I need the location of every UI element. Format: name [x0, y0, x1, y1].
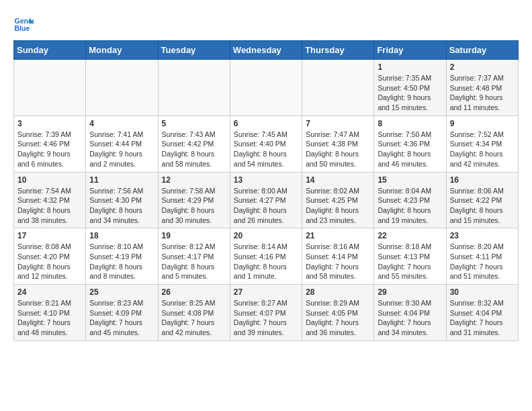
day-number: 2: [450, 62, 515, 72]
calendar-cell: 25Sunrise: 8:23 AM Sunset: 4:09 PM Dayli…: [86, 285, 158, 341]
day-info: Sunrise: 8:00 AM Sunset: 4:27 PM Dayligh…: [234, 186, 298, 226]
calendar-cell: 16Sunrise: 8:06 AM Sunset: 4:22 PM Dayli…: [446, 172, 518, 228]
calendar-cell: 8Sunrise: 7:50 AM Sunset: 4:36 PM Daylig…: [374, 116, 446, 172]
day-info: Sunrise: 7:50 AM Sunset: 4:36 PM Dayligh…: [378, 130, 442, 169]
calendar-table: SundayMondayTuesdayWednesdayThursdayFrid…: [13, 40, 519, 341]
day-info: Sunrise: 8:27 AM Sunset: 4:07 PM Dayligh…: [234, 298, 298, 338]
day-number: 17: [17, 231, 82, 240]
day-info: Sunrise: 8:02 AM Sunset: 4:25 PM Dayligh…: [306, 186, 370, 226]
day-info: Sunrise: 8:04 AM Sunset: 4:23 PM Dayligh…: [378, 186, 442, 226]
calendar-header-row: SundayMondayTuesdayWednesdayThursdayFrid…: [14, 41, 519, 60]
day-info: Sunrise: 8:12 AM Sunset: 4:17 PM Dayligh…: [162, 242, 226, 281]
day-number: 16: [450, 175, 515, 185]
day-info: Sunrise: 7:41 AM Sunset: 4:44 PM Dayligh…: [89, 130, 154, 169]
day-number: 8: [378, 119, 442, 128]
day-info: Sunrise: 7:54 AM Sunset: 4:32 PM Dayligh…: [17, 186, 82, 226]
day-info: Sunrise: 8:10 AM Sunset: 4:19 PM Dayligh…: [89, 242, 154, 281]
day-number: 27: [234, 287, 298, 297]
calendar-cell: [158, 60, 230, 116]
calendar-cell: 10Sunrise: 7:54 AM Sunset: 4:32 PM Dayli…: [14, 172, 86, 228]
day-info: Sunrise: 7:43 AM Sunset: 4:42 PM Dayligh…: [162, 130, 226, 169]
day-number: 9: [450, 119, 515, 128]
calendar-body: 1Sunrise: 7:35 AM Sunset: 4:50 PM Daylig…: [14, 60, 519, 341]
header-monday: Monday: [86, 41, 158, 60]
day-info: Sunrise: 8:21 AM Sunset: 4:10 PM Dayligh…: [17, 298, 82, 338]
day-number: 13: [234, 175, 298, 185]
day-info: Sunrise: 7:56 AM Sunset: 4:30 PM Dayligh…: [89, 186, 154, 226]
calendar-week-row: 10Sunrise: 7:54 AM Sunset: 4:32 PM Dayli…: [14, 172, 519, 228]
day-info: Sunrise: 8:08 AM Sunset: 4:20 PM Dayligh…: [17, 242, 82, 281]
logo: General Blue: [13, 13, 36, 34]
day-info: Sunrise: 8:32 AM Sunset: 4:04 PM Dayligh…: [450, 298, 515, 338]
calendar-cell: 21Sunrise: 8:16 AM Sunset: 4:14 PM Dayli…: [302, 228, 374, 285]
day-number: 3: [17, 119, 82, 128]
logo-icon: General Blue: [13, 13, 34, 34]
calendar-cell: 28Sunrise: 8:29 AM Sunset: 4:05 PM Dayli…: [302, 285, 374, 341]
calendar-week-row: 17Sunrise: 8:08 AM Sunset: 4:20 PM Dayli…: [14, 228, 519, 285]
day-info: Sunrise: 7:35 AM Sunset: 4:50 PM Dayligh…: [378, 73, 442, 113]
day-info: Sunrise: 7:37 AM Sunset: 4:48 PM Dayligh…: [450, 73, 515, 113]
day-number: 23: [450, 231, 515, 240]
calendar-cell: 11Sunrise: 7:56 AM Sunset: 4:30 PM Dayli…: [86, 172, 158, 228]
calendar-cell: [302, 60, 374, 116]
svg-text:Blue: Blue: [15, 24, 30, 32]
day-info: Sunrise: 8:06 AM Sunset: 4:22 PM Dayligh…: [450, 186, 515, 226]
day-number: 18: [89, 231, 154, 240]
day-number: 30: [450, 287, 515, 297]
calendar-week-row: 24Sunrise: 8:21 AM Sunset: 4:10 PM Dayli…: [14, 285, 519, 341]
day-number: 1: [378, 62, 442, 72]
calendar-cell: 27Sunrise: 8:27 AM Sunset: 4:07 PM Dayli…: [230, 285, 302, 341]
header-wednesday: Wednesday: [230, 41, 302, 60]
day-number: 29: [378, 287, 442, 297]
day-info: Sunrise: 7:39 AM Sunset: 4:46 PM Dayligh…: [17, 130, 82, 169]
calendar-cell: 29Sunrise: 8:30 AM Sunset: 4:04 PM Dayli…: [374, 285, 446, 341]
calendar-week-row: 3Sunrise: 7:39 AM Sunset: 4:46 PM Daylig…: [14, 116, 519, 172]
header-tuesday: Tuesday: [158, 41, 230, 60]
calendar-cell: 30Sunrise: 8:32 AM Sunset: 4:04 PM Dayli…: [446, 285, 518, 341]
calendar-cell: 14Sunrise: 8:02 AM Sunset: 4:25 PM Dayli…: [302, 172, 374, 228]
day-number: 24: [17, 287, 82, 297]
day-info: Sunrise: 8:16 AM Sunset: 4:14 PM Dayligh…: [306, 242, 370, 281]
calendar-cell: 9Sunrise: 7:52 AM Sunset: 4:34 PM Daylig…: [446, 116, 518, 172]
page-header: General Blue: [13, 13, 519, 34]
calendar-cell: 2Sunrise: 7:37 AM Sunset: 4:48 PM Daylig…: [446, 60, 518, 116]
calendar-cell: 15Sunrise: 8:04 AM Sunset: 4:23 PM Dayli…: [374, 172, 446, 228]
header-saturday: Saturday: [446, 41, 518, 60]
day-number: 15: [378, 175, 442, 185]
calendar-cell: 26Sunrise: 8:25 AM Sunset: 4:08 PM Dayli…: [158, 285, 230, 341]
day-number: 5: [162, 119, 226, 128]
calendar-cell: 4Sunrise: 7:41 AM Sunset: 4:44 PM Daylig…: [86, 116, 158, 172]
calendar-cell: 22Sunrise: 8:18 AM Sunset: 4:13 PM Dayli…: [374, 228, 446, 285]
calendar-cell: 6Sunrise: 7:45 AM Sunset: 4:40 PM Daylig…: [230, 116, 302, 172]
calendar-cell: [14, 60, 86, 116]
calendar-cell: 23Sunrise: 8:20 AM Sunset: 4:11 PM Dayli…: [446, 228, 518, 285]
day-number: 19: [162, 231, 226, 240]
calendar-cell: 24Sunrise: 8:21 AM Sunset: 4:10 PM Dayli…: [14, 285, 86, 341]
day-info: Sunrise: 8:29 AM Sunset: 4:05 PM Dayligh…: [306, 298, 370, 338]
day-info: Sunrise: 8:23 AM Sunset: 4:09 PM Dayligh…: [89, 298, 154, 338]
day-number: 7: [306, 119, 370, 128]
header-friday: Friday: [374, 41, 446, 60]
header-sunday: Sunday: [14, 41, 86, 60]
day-number: 21: [306, 231, 370, 240]
calendar-cell: 18Sunrise: 8:10 AM Sunset: 4:19 PM Dayli…: [86, 228, 158, 285]
calendar-cell: 13Sunrise: 8:00 AM Sunset: 4:27 PM Dayli…: [230, 172, 302, 228]
day-number: 22: [378, 231, 442, 240]
day-info: Sunrise: 7:45 AM Sunset: 4:40 PM Dayligh…: [234, 130, 298, 169]
day-number: 26: [162, 287, 226, 297]
day-number: 11: [89, 175, 154, 185]
calendar-cell: 19Sunrise: 8:12 AM Sunset: 4:17 PM Dayli…: [158, 228, 230, 285]
calendar-cell: 20Sunrise: 8:14 AM Sunset: 4:16 PM Dayli…: [230, 228, 302, 285]
day-info: Sunrise: 7:58 AM Sunset: 4:29 PM Dayligh…: [162, 186, 226, 226]
day-number: 4: [89, 119, 154, 128]
day-info: Sunrise: 8:18 AM Sunset: 4:13 PM Dayligh…: [378, 242, 442, 281]
calendar-cell: 17Sunrise: 8:08 AM Sunset: 4:20 PM Dayli…: [14, 228, 86, 285]
day-info: Sunrise: 7:47 AM Sunset: 4:38 PM Dayligh…: [306, 130, 370, 169]
day-number: 28: [306, 287, 370, 297]
calendar-week-row: 1Sunrise: 7:35 AM Sunset: 4:50 PM Daylig…: [14, 60, 519, 116]
calendar-cell: 1Sunrise: 7:35 AM Sunset: 4:50 PM Daylig…: [374, 60, 446, 116]
calendar-cell: 5Sunrise: 7:43 AM Sunset: 4:42 PM Daylig…: [158, 116, 230, 172]
day-info: Sunrise: 8:30 AM Sunset: 4:04 PM Dayligh…: [378, 298, 442, 338]
day-number: 10: [17, 175, 82, 185]
day-info: Sunrise: 8:14 AM Sunset: 4:16 PM Dayligh…: [234, 242, 298, 281]
